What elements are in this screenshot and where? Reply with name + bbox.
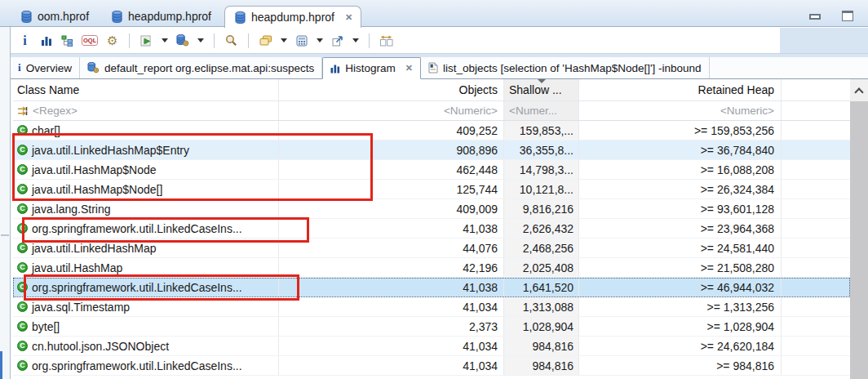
objects-cell: 409,252 [279, 121, 504, 140]
export-button[interactable] [330, 32, 344, 50]
scrollbar-thumb[interactable] [850, 101, 868, 379]
class-name-cell: C org.springframework.util.LinkedCaseIns… [13, 219, 279, 238]
column-header-objects[interactable]: Objects [279, 79, 504, 100]
minimize-icon[interactable] [809, 14, 821, 20]
run-report-dropdown-caret[interactable] [162, 38, 168, 42]
column-header-shallow-heap[interactable]: Shallow ... [504, 79, 579, 100]
class-name-cell: C java.util.HashMap$Node [13, 160, 279, 179]
filter-shallow-input[interactable]: <Numer... [504, 101, 579, 120]
maximize-icon[interactable] [842, 11, 853, 21]
heap-dump-icon [235, 11, 246, 24]
table-row[interactable]: C org.springframework.util.LinkedCaseIns… [13, 356, 850, 376]
objects-cell: 2,373 [279, 317, 504, 336]
column-header-filler [782, 79, 850, 100]
dominator-tree-button[interactable] [60, 32, 74, 50]
table-row[interactable]: C char[] 409,252 159,853,... >= 159,853,… [13, 121, 850, 140]
class-name-cell: C org.springframework.util.LinkedCaseIns… [13, 278, 279, 297]
java-class-icon: C [17, 164, 28, 175]
column-header-label: Objects [459, 83, 498, 96]
calculator-dropdown-caret[interactable] [317, 38, 323, 42]
close-icon[interactable]: ✕ [405, 63, 413, 74]
tab-default-report[interactable]: default_report org.eclipse.mat.api:suspe… [80, 57, 322, 78]
retained-heap-cell: >= 36,784,840 [579, 140, 782, 159]
overview-info-button[interactable]: i [18, 32, 32, 50]
search-icon [225, 34, 237, 47]
table-row[interactable]: C java.sql.Timestamp 41,034 1,313,088 >=… [13, 297, 850, 317]
class-name-text: java.util.HashMap$Node [32, 163, 157, 176]
tab-overview[interactable]: i Overview [11, 57, 80, 78]
close-icon[interactable]: ✕ [345, 12, 352, 23]
filler-cell [782, 278, 850, 297]
oql-button[interactable]: OQL [82, 32, 98, 50]
tab-histogram-active[interactable]: Histogram ✕ [322, 57, 421, 79]
filter-icon [17, 106, 29, 116]
editor-tab-oom-hprof[interactable]: oom.hprof [11, 6, 102, 27]
objects-cell: 42,196 [279, 258, 504, 277]
tab-label: default_report org.eclipse.mat.api:suspe… [104, 62, 314, 74]
retained-heap-cell: >= 1,028,904 [579, 317, 782, 336]
retained-heap-cell: >= 159,853,256 [579, 121, 782, 140]
scrollbar-up-button[interactable] [850, 79, 868, 101]
table-row[interactable]: C java.lang.String 409,009 9,816,216 >= … [13, 199, 850, 219]
tab-label: Histogram [345, 62, 396, 74]
table-row[interactable]: C java.util.HashMap 42,196 2,025,408 >= … [13, 258, 850, 278]
tab-list-objects[interactable]: list_objects [selection of 'HashMap$Node… [421, 57, 710, 78]
page-icon [428, 62, 438, 74]
histogram-icon [330, 64, 340, 74]
filler-cell [782, 180, 850, 198]
class-name-cell: C java.util.HashMap [13, 258, 279, 277]
info-icon: i [18, 61, 21, 74]
filter-objects-input[interactable]: <Numeric> [279, 101, 504, 120]
sash-handle[interactable] [1, 234, 9, 236]
left-collapsed-sash[interactable] [0, 27, 11, 379]
table-row[interactable]: C java.util.LinkedHashMap 44,076 2,468,2… [13, 239, 850, 258]
shallow-heap-cell: 2,468,256 [504, 239, 579, 257]
group-by-button[interactable] [259, 32, 272, 50]
filler-cell [782, 160, 850, 179]
gear-icon: ⚙ [107, 34, 117, 47]
filler-cell [782, 140, 850, 159]
retained-heap-cell: >= 24,581,440 [579, 239, 782, 257]
editor-tab-heapdump-hprof-2-active[interactable]: heapdump.hprof ✕ [224, 6, 361, 28]
calculator-button[interactable] [294, 32, 308, 50]
column-header-class-name[interactable]: Class Name [13, 79, 279, 100]
retained-heap-cell: >= 23,964,368 [579, 219, 782, 238]
objects-cell: 409,009 [279, 199, 504, 218]
class-name-text: cn.hutool.json.JSONObject [32, 340, 169, 353]
shallow-heap-cell: 159,853,... [504, 121, 579, 140]
run-report-button[interactable] [140, 32, 153, 50]
table-row[interactable]: C java.util.HashMap$Node 462,448 14,798,… [13, 160, 850, 180]
objects-cell: 44,076 [279, 239, 504, 257]
heap-actions-button[interactable] [175, 32, 189, 50]
compare-button[interactable] [379, 32, 393, 50]
table-row[interactable]: C java.util.HashMap$Node[] 125,744 10,12… [13, 180, 850, 199]
filler-cell [782, 297, 850, 316]
filter-retained-input[interactable]: <Numeric> [579, 101, 782, 120]
chevron-up-icon [854, 87, 863, 96]
histogram-button[interactable] [39, 32, 53, 50]
table-row[interactable]: C org.springframework.util.LinkedCaseIns… [13, 278, 850, 297]
vertical-scrollbar[interactable] [850, 79, 868, 379]
table-row[interactable]: C java.util.LinkedHashMap$Entry 908,896 … [13, 140, 850, 160]
editor-tab-heapdump-hprof-1[interactable]: heapdump.hprof [102, 6, 224, 27]
calculator-icon [296, 35, 308, 47]
table-body: C char[] 409,252 159,853,... >= 159,853,… [13, 121, 850, 376]
table-row[interactable]: C org.springframework.util.LinkedCaseIns… [13, 219, 850, 239]
editor-tab-label: oom.hprof [38, 10, 89, 23]
column-header-retained-heap[interactable]: Retained Heap [579, 79, 782, 100]
filler-cell [782, 121, 850, 140]
toolbar-right-filler [780, 28, 868, 54]
shallow-heap-cell: 984,816 [504, 337, 579, 355]
retained-heap-cell: >= 26,324,384 [579, 180, 782, 198]
table-row[interactable]: C byte[] 2,373 1,028,904 >= 1,028,904 [13, 317, 850, 337]
heap-actions-dropdown-caret[interactable] [197, 38, 204, 42]
filler-cell [782, 258, 850, 277]
export-dropdown-caret[interactable] [352, 38, 359, 42]
shallow-heap-cell: 1,641,520 [504, 278, 579, 297]
customize-button[interactable]: ⚙ [105, 32, 119, 50]
class-name-cell: C java.sql.Timestamp [13, 297, 279, 316]
search-button[interactable] [224, 32, 238, 50]
table-row[interactable]: C cn.hutool.json.JSONObject 41,034 984,8… [13, 337, 850, 356]
filter-class-name-input[interactable]: <Regex> [13, 101, 279, 120]
group-by-dropdown-caret[interactable] [281, 38, 287, 42]
